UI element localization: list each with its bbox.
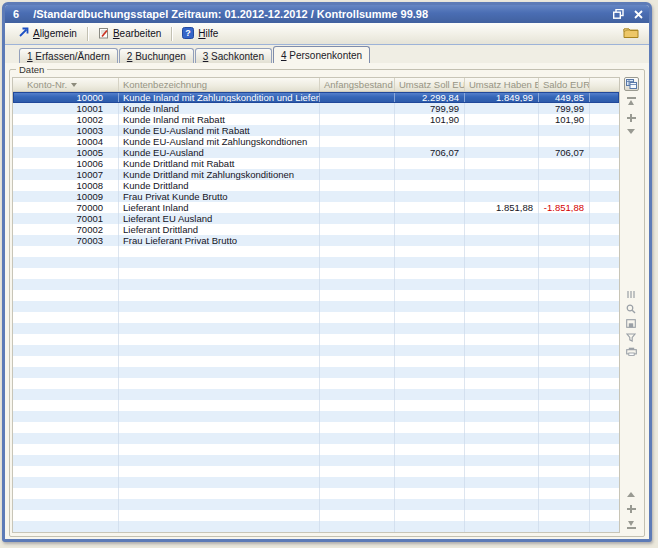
cell-soll xyxy=(395,191,465,202)
column-header-saldo[interactable]: Saldo EUR xyxy=(539,78,590,91)
cell-haben xyxy=(465,257,539,268)
cell-konto xyxy=(13,389,119,400)
cell-anfangsbestand xyxy=(320,103,395,114)
restore-icon[interactable] xyxy=(611,8,625,21)
table-row-empty xyxy=(13,488,619,499)
tab-personenkonten[interactable]: 4 Personenkonten xyxy=(273,46,370,63)
cell-haben xyxy=(465,367,539,378)
toolbar: Allgemein Bearbeiten ? Hilfe xyxy=(5,23,649,45)
scroll-up-bottom-icon[interactable] xyxy=(627,492,635,497)
table-row[interactable]: 70000Lieferant Inland1.851,88-1.851,88 xyxy=(13,202,619,213)
tab-erfassen-aendern[interactable]: 1 Erfassen/Ändern xyxy=(19,48,118,63)
cell-filler xyxy=(590,169,619,180)
scroll-up-icon[interactable] xyxy=(626,113,637,122)
cell-saldo xyxy=(539,499,590,510)
filter-icon[interactable] xyxy=(71,83,77,87)
daten-groupbox: Daten Konto-Nr.KontenbezeichnungAnfangsb… xyxy=(9,64,645,537)
cell-soll xyxy=(395,169,465,180)
cell-haben xyxy=(465,180,539,191)
table-row[interactable]: 10008Kunde Drittland xyxy=(13,180,619,191)
cell-saldo xyxy=(539,268,590,279)
tab-buchungen[interactable]: 2 Buchungen xyxy=(119,48,194,63)
search-icon[interactable] xyxy=(626,304,636,314)
allgemein-button[interactable]: Allgemein xyxy=(11,24,84,43)
table-row-empty xyxy=(13,334,619,345)
cell-saldo xyxy=(539,411,590,422)
cell-filler xyxy=(590,147,619,158)
cell-soll xyxy=(395,235,465,246)
table-row[interactable]: 10004Kunde EU-Ausland mit Zahlungskondti… xyxy=(13,136,619,147)
cell-saldo: 101,90 xyxy=(539,114,590,125)
cell-filler xyxy=(590,246,619,257)
hilfe-button[interactable]: ? Hilfe xyxy=(175,24,225,44)
table-row[interactable]: 10002Kunde Inland mit Rabatt101,90101,90 xyxy=(13,114,619,125)
cell-haben xyxy=(465,411,539,422)
cell-anfangsbestand xyxy=(320,455,395,466)
cell-saldo xyxy=(539,180,590,191)
cell-anfangsbestand xyxy=(320,290,395,301)
column-header-soll[interactable]: Umsatz Soll EUR xyxy=(395,78,465,91)
bearbeiten-button[interactable]: Bearbeiten xyxy=(91,24,168,44)
cell-haben xyxy=(465,246,539,257)
scroll-to-top-icon[interactable] xyxy=(626,97,637,106)
column-header-anfangsbestand[interactable]: Anfangsbestand EUR xyxy=(320,78,395,91)
cell-bezeichnung: Kunde Inland mit Rabatt xyxy=(119,114,320,125)
cell-saldo xyxy=(539,158,590,169)
cell-filler xyxy=(590,411,619,422)
cell-saldo: -1.851,88 xyxy=(539,202,590,213)
save-icon[interactable] xyxy=(626,319,636,328)
filter-icon[interactable] xyxy=(626,333,636,342)
table-row[interactable]: 70001Lieferant EU Ausland xyxy=(13,213,619,224)
table-row[interactable]: 10006Kunde Drittland mit Rabatt xyxy=(13,158,619,169)
cell-saldo xyxy=(539,125,590,136)
cell-soll xyxy=(395,224,465,235)
cell-haben xyxy=(465,235,539,246)
table-row-empty xyxy=(13,455,619,466)
column-header-filler xyxy=(590,78,619,91)
table-row-empty xyxy=(13,521,619,532)
cell-filler xyxy=(590,268,619,279)
column-chooser-button[interactable] xyxy=(624,77,639,91)
table-row[interactable]: 10005Kunde EU-Ausland706,07706,07 xyxy=(13,147,619,158)
cell-haben xyxy=(465,213,539,224)
column-header-bezeichnung[interactable]: Kontenbezeichnung xyxy=(119,78,320,91)
cell-konto xyxy=(13,455,119,466)
cell-filler xyxy=(590,202,619,213)
table-row[interactable]: 70002Lieferant Drittland xyxy=(13,224,619,235)
table-row[interactable]: 70003Frau Lieferant Privat Brutto xyxy=(13,235,619,246)
print-icon[interactable] xyxy=(626,347,637,356)
cell-saldo xyxy=(539,235,590,246)
close-icon[interactable] xyxy=(631,8,645,21)
cell-konto xyxy=(13,411,119,422)
cell-soll xyxy=(395,213,465,224)
table-row[interactable]: 10009Frau Privat Kunde Brutto xyxy=(13,191,619,202)
scroll-down-bottom-icon[interactable] xyxy=(626,504,637,513)
cell-filler xyxy=(590,180,619,191)
cell-saldo xyxy=(539,400,590,411)
edit-notepad-icon xyxy=(98,27,109,41)
grip-icon[interactable] xyxy=(626,290,636,299)
folder-icon[interactable] xyxy=(623,25,639,43)
cell-anfangsbestand xyxy=(320,334,395,345)
table-row[interactable]: 10000Kunde Inland mit Zahlungskondition … xyxy=(13,92,619,103)
tab-sachkonten[interactable]: 3 Sachkonten xyxy=(195,48,272,63)
table-row[interactable]: 10007Kunde Drittland mit Zahlungskonditi… xyxy=(13,169,619,180)
column-header-konto[interactable]: Konto-Nr. xyxy=(13,78,119,91)
cell-soll xyxy=(395,455,465,466)
scroll-to-bottom-icon[interactable] xyxy=(626,520,637,529)
cell-anfangsbestand xyxy=(320,510,395,521)
table-row[interactable]: 10003Kunde EU-Ausland mit Rabatt xyxy=(13,125,619,136)
cell-konto xyxy=(13,510,119,521)
cell-bezeichnung xyxy=(119,378,320,389)
cell-haben: 1.851,88 xyxy=(465,202,539,213)
cell-haben xyxy=(465,499,539,510)
cell-konto xyxy=(13,290,119,301)
table-row[interactable]: 10001Kunde Inland799,99799,99 xyxy=(13,103,619,114)
column-header-haben[interactable]: Umsatz Haben EUR xyxy=(465,78,539,91)
cell-filler xyxy=(590,323,619,334)
scroll-down-icon[interactable] xyxy=(627,129,635,134)
cell-soll xyxy=(395,444,465,455)
cell-haben xyxy=(465,224,539,235)
table-row-empty xyxy=(13,257,619,268)
cell-soll: 799,99 xyxy=(395,103,465,114)
